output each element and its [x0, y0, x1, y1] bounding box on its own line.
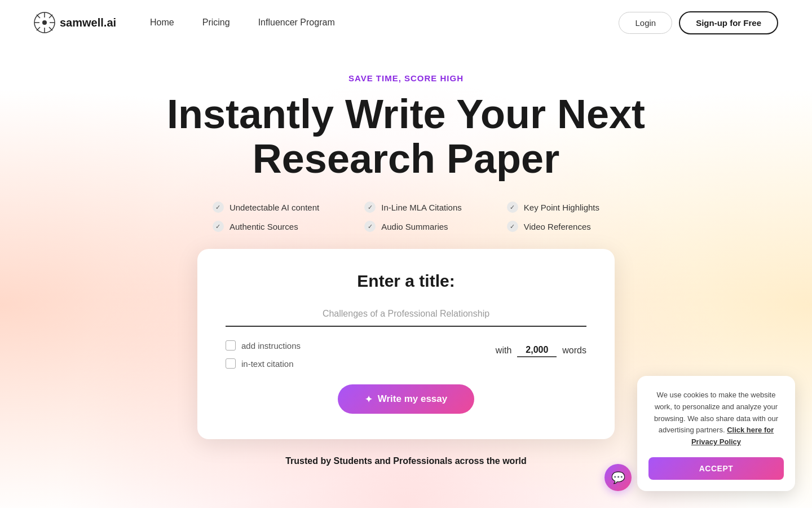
words-label-after: words — [562, 345, 586, 356]
svg-point-1 — [42, 20, 47, 25]
checkboxes: add instructions in-text citation — [226, 340, 301, 369]
chat-icon: 💬 — [611, 471, 625, 484]
nav-links: Home Pricing Influencer Program — [150, 17, 619, 28]
feature-video: ✓ Video References — [507, 221, 599, 232]
logo-link[interactable]: samwell.ai — [34, 12, 116, 33]
checkbox-box-1 — [226, 340, 236, 351]
login-button[interactable]: Login — [619, 12, 672, 34]
feature-audio: ✓ Audio Summaries — [364, 221, 462, 232]
nav-home[interactable]: Home — [150, 17, 174, 27]
check-icon-4: ✓ — [364, 221, 376, 232]
check-icon-6: ✓ — [507, 221, 518, 232]
feature-label-4: Audio Summaries — [381, 222, 448, 231]
feature-label-3: In-Line MLA Citations — [381, 203, 462, 212]
feature-authentic: ✓ Authentic Sources — [213, 221, 319, 232]
words-label-before: with — [496, 345, 511, 356]
check-icon-3: ✓ — [364, 202, 376, 213]
card-title: Enter a title: — [226, 271, 586, 291]
words-input[interactable] — [517, 344, 557, 357]
feature-label-2: Authentic Sources — [230, 222, 298, 231]
hero-tagline: SAVE TIME, SCORE HIGH — [0, 73, 812, 83]
feature-undetectable: ✓ Undetectable AI content — [213, 202, 319, 213]
feature-label-5: Key Point Highlights — [524, 203, 599, 212]
title-input[interactable] — [226, 306, 586, 321]
main-card: Enter a title: add instructions in-text … — [197, 249, 615, 439]
checkbox-box-2 — [226, 358, 236, 369]
logo-text: samwell.ai — [60, 16, 116, 29]
cookie-text: We use cookies to make the website work,… — [648, 389, 784, 448]
features-col-2: ✓ In-Line MLA Citations ✓ Audio Summarie… — [364, 202, 462, 232]
options-row: add instructions in-text citation with w… — [226, 340, 586, 369]
svg-line-9 — [37, 27, 40, 30]
add-instructions-label: add instructions — [241, 341, 301, 351]
write-essay-button[interactable]: ✦ Write my essay — [338, 384, 474, 414]
hero-title: Instantly Write Your Next Research Paper — [0, 92, 812, 181]
in-text-citation-checkbox[interactable]: in-text citation — [226, 358, 301, 369]
feature-label-6: Video References — [524, 222, 591, 231]
write-btn-label: Write my essay — [378, 393, 447, 405]
write-btn-wrapper: ✦ Write my essay — [226, 384, 586, 414]
check-icon-5: ✓ — [507, 202, 518, 213]
svg-line-6 — [37, 15, 40, 18]
nav-influencer[interactable]: Influencer Program — [258, 17, 335, 27]
in-text-citation-label: in-text citation — [241, 359, 294, 369]
svg-line-8 — [49, 15, 52, 18]
logo-icon — [34, 12, 55, 33]
add-instructions-checkbox[interactable]: add instructions — [226, 340, 301, 351]
svg-line-7 — [49, 27, 52, 30]
accept-cookies-button[interactable]: ACCEPT — [648, 457, 784, 480]
feature-citations: ✓ In-Line MLA Citations — [364, 202, 462, 213]
title-input-wrapper — [226, 306, 586, 327]
chat-button[interactable]: 💬 — [604, 464, 632, 491]
nav-actions: Login Sign-up for Free — [619, 11, 778, 34]
sparkle-icon: ✦ — [365, 394, 372, 405]
features-col-1: ✓ Undetectable AI content ✓ Authentic So… — [213, 202, 319, 232]
features-list: ✓ Undetectable AI content ✓ Authentic So… — [0, 202, 812, 232]
signup-button[interactable]: Sign-up for Free — [679, 11, 778, 34]
feature-key-points: ✓ Key Point Highlights — [507, 202, 599, 213]
check-icon-2: ✓ — [213, 221, 224, 232]
nav-pricing[interactable]: Pricing — [202, 17, 230, 27]
features-col-3: ✓ Key Point Highlights ✓ Video Reference… — [507, 202, 599, 232]
navbar: samwell.ai Home Pricing Influencer Progr… — [0, 0, 812, 45]
check-icon-1: ✓ — [213, 202, 224, 213]
cookie-banner: We use cookies to make the website work,… — [637, 376, 795, 491]
feature-label-1: Undetectable AI content — [230, 203, 319, 212]
words-control: with words — [496, 344, 586, 357]
